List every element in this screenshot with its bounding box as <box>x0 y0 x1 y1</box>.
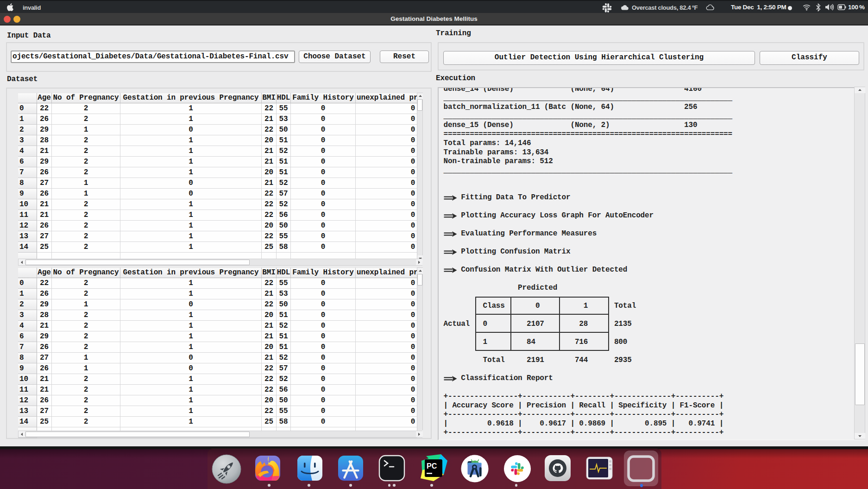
svg-text:PC: PC <box>427 462 437 470</box>
